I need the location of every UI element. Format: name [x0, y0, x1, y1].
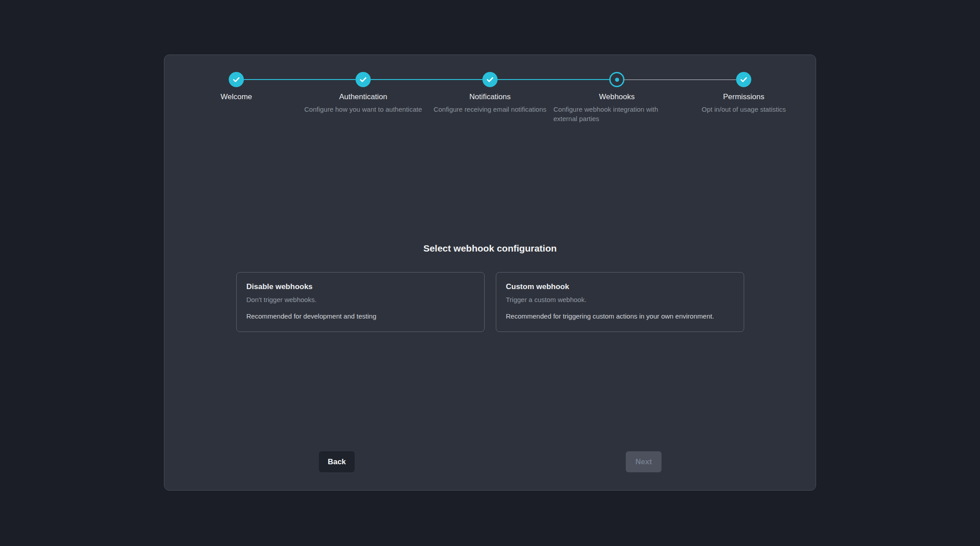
webhook-options: Disable webhooks Don't trigger webhooks.… [164, 272, 816, 332]
back-button[interactable]: Back [319, 451, 355, 472]
step-label: Authentication [339, 92, 387, 101]
step-label: Notifications [469, 92, 511, 101]
option-card-custom-webhook[interactable]: Custom webhook Trigger a custom webhook.… [496, 272, 744, 332]
step-welcome-indicator [229, 72, 244, 87]
option-card-disable-webhooks[interactable]: Disable webhooks Don't trigger webhooks.… [236, 272, 485, 332]
check-icon [486, 75, 494, 84]
check-icon [739, 75, 748, 84]
step-notifications-indicator [482, 72, 498, 87]
card-description: Trigger a custom webhook. [506, 296, 734, 303]
step-label: Welcome [221, 92, 252, 101]
step-label: Webhooks [599, 92, 635, 101]
card-recommendation: Recommended for triggering custom action… [506, 312, 734, 320]
card-description: Don't trigger webhooks. [247, 296, 474, 303]
step-welcome: Welcome [173, 72, 300, 123]
check-icon [232, 75, 241, 84]
step-subtitle: Configure webhook integration with exter… [553, 105, 680, 123]
check-icon [359, 75, 368, 84]
current-step-dot-icon [615, 78, 619, 82]
step-subtitle: Configure how you want to authenticate [304, 105, 422, 114]
step-permissions-indicator [736, 72, 751, 87]
setup-wizard-panel: Welcome Authentication Configure how you… [164, 55, 816, 491]
step-webhooks-indicator [609, 72, 624, 87]
step-label: Permissions [723, 92, 765, 101]
step-notifications: Notifications Configure receiving email … [427, 72, 553, 123]
step-authentication-indicator [356, 72, 371, 87]
step-webhooks: Webhooks Configure webhook integration w… [553, 72, 680, 123]
card-title: Custom webhook [506, 282, 734, 291]
card-title: Disable webhooks [247, 282, 474, 291]
page-title: Select webhook configuration [164, 243, 816, 254]
step-subtitle: Opt in/out of usage statistics [702, 105, 786, 114]
wizard-stepper: Welcome Authentication Configure how you… [173, 72, 807, 123]
step-authentication: Authentication Configure how you want to… [300, 72, 427, 123]
next-button[interactable]: Next [626, 451, 662, 472]
step-permissions: Permissions Opt in/out of usage statisti… [680, 72, 807, 123]
card-recommendation: Recommended for development and testing [247, 312, 474, 320]
step-subtitle: Configure receiving email notifications [434, 105, 547, 114]
